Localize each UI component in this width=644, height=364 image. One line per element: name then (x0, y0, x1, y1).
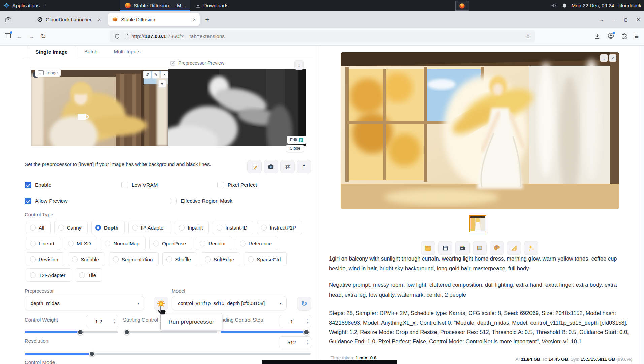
slider-thumb[interactable] (124, 329, 130, 335)
download-preview-button[interactable]: ↓ (294, 60, 304, 70)
tab-list-drawer-icon[interactable] (5, 16, 12, 23)
taskbar-window-firefox[interactable]: Stable Diffusion — M... (120, 0, 190, 11)
pixel-perfect-checkbox[interactable]: Pixel Perfect (217, 182, 257, 188)
refresh-models-button[interactable]: ↻ (297, 297, 311, 311)
notifications-bell-icon[interactable] (561, 3, 567, 9)
slider-thumb[interactable] (89, 351, 95, 357)
low-vram-checkbox[interactable]: Low VRAM (121, 182, 158, 188)
control-type-canny[interactable]: Canny (54, 221, 88, 234)
send-to-img2img-button[interactable] (473, 241, 487, 255)
ending-control-step-input[interactable]: 1 ▴▾ (279, 315, 311, 327)
control-type-instructp2p[interactable]: InstructP2P (257, 221, 302, 234)
tab-overflow-chevron-icon[interactable]: ⌄ (600, 17, 604, 23)
control-type-inpaint[interactable]: Inpaint (175, 221, 209, 234)
tray-firefox-chip[interactable] (455, 1, 469, 11)
control-type-all[interactable]: All (26, 221, 51, 234)
starting-control-step-slider[interactable] (124, 329, 217, 335)
brush-icon[interactable]: ✒ (158, 80, 166, 88)
swap-images-button[interactable]: ⇄ (280, 160, 295, 173)
tab-close-icon[interactable]: × (98, 17, 101, 22)
control-weight-slider[interactable] (25, 329, 118, 335)
control-type-scribble[interactable]: Scribble (68, 252, 105, 266)
control-type-instant-id[interactable]: Instant-ID (213, 221, 253, 234)
window-maximize-button[interactable]: ▢ (624, 17, 628, 22)
control-type-lineart[interactable]: Lineart (26, 237, 60, 250)
ending-control-step-slider[interactable] (221, 329, 309, 335)
sidebar-toggle-icon[interactable] (4, 32, 11, 40)
resolution-slider[interactable] (25, 351, 311, 357)
account-icon[interactable] (607, 32, 614, 41)
tab-clouddock-launcher[interactable]: CloudDock Launcher × (33, 13, 105, 26)
download-result-button[interactable]: ↓ (600, 54, 608, 62)
enable-checkbox[interactable]: Enable (25, 182, 51, 188)
edit-note-button[interactable] (247, 160, 262, 173)
resolution-input[interactable]: 512 ▴▾ (279, 336, 311, 348)
window-minimize-button[interactable]: – (612, 17, 615, 22)
save-zip-button[interactable] (455, 241, 470, 255)
shield-permissions-icon[interactable] (114, 33, 120, 40)
slider-thumb[interactable] (303, 329, 309, 335)
edit-preview-button[interactable]: Edit p (287, 136, 307, 144)
undo-icon[interactable]: ↺ (143, 71, 151, 79)
control-type-tile[interactable]: Tile (75, 268, 102, 282)
radio-icon (30, 272, 36, 278)
tab-single-image[interactable]: Single Image (27, 45, 76, 58)
allow-preview-checkbox[interactable]: Allow Preview (25, 198, 67, 204)
control-type-shuffle[interactable]: Shuffle (162, 252, 197, 266)
stepper-icons[interactable]: ▴▾ (304, 315, 311, 327)
send-to-extras-button[interactable] (507, 241, 521, 255)
sketch-icon[interactable]: ✎ (152, 71, 160, 79)
control-type-ip-adapter[interactable]: IP-Adapter (128, 221, 171, 234)
back-button[interactable]: ← (15, 33, 24, 40)
preprocessor-dropdown[interactable]: depth_midas ▾ (25, 296, 144, 310)
effective-region-mask-checkbox[interactable]: Effective Region Mask (170, 198, 232, 204)
webcam-button[interactable] (264, 160, 278, 173)
control-weight-input[interactable]: 1.2 ▴▾ (86, 315, 118, 327)
taskbar-downloads[interactable]: Downloads (192, 0, 232, 11)
open-folder-button[interactable] (421, 241, 435, 255)
clear-image-icon[interactable]: × (161, 71, 168, 79)
new-tab-button[interactable]: + (205, 16, 209, 24)
audio-muted-icon[interactable] (551, 3, 557, 8)
preprocessor-preview-image[interactable] (168, 69, 306, 146)
control-type-reference[interactable]: Reference (236, 237, 278, 250)
control-type-t2i-adapter[interactable]: T2I-Adapter (26, 268, 71, 282)
window-close-button[interactable]: × (637, 16, 640, 23)
model-dropdown[interactable]: control_v11f1p_sd15_depth [cfd03158] ▾ (172, 296, 287, 310)
close-result-button[interactable]: × (609, 54, 616, 62)
downloads-toolbar-icon[interactable] (594, 33, 601, 40)
scrollbar[interactable] (639, 45, 644, 364)
control-type-segmentation[interactable]: Segmentation (109, 252, 159, 266)
control-type-recolor[interactable]: Recolor (196, 237, 232, 250)
tab-batch[interactable]: Batch (76, 45, 106, 58)
control-type-softedge[interactable]: SoftEdge (201, 252, 240, 266)
generated-image[interactable] (341, 52, 619, 209)
input-image[interactable] (31, 70, 168, 146)
menu-hamburger-icon[interactable]: ≡ (635, 32, 639, 40)
tab-stable-diffusion[interactable]: Stable Diffusion × (108, 13, 200, 26)
reload-button[interactable]: ↻ (39, 33, 48, 40)
save-image-button[interactable] (438, 241, 452, 255)
bookmark-star-icon[interactable]: ☆ (525, 33, 531, 40)
control-type-revision[interactable]: Revision (26, 252, 64, 266)
forward-button[interactable]: → (27, 33, 36, 40)
result-thumbnail[interactable] (469, 215, 486, 232)
send-to-inpaint-button[interactable] (490, 241, 504, 255)
applications-menu[interactable]: Applications ⋮ (0, 0, 51, 11)
tab-multi-inputs[interactable]: Multi-Inputs (105, 45, 149, 58)
close-preview-button[interactable]: Close (286, 145, 304, 152)
control-type-sparsectrl[interactable]: SparseCtrl (244, 252, 287, 266)
control-type-normalmap[interactable]: NormalMap (101, 237, 146, 250)
stepper-icons[interactable]: ▴▾ (304, 337, 311, 348)
slider-thumb[interactable] (77, 329, 83, 335)
page-info-icon[interactable] (124, 33, 129, 40)
upscale-button[interactable] (524, 241, 538, 255)
control-type-mlsd[interactable]: MLSD (64, 237, 97, 250)
url-bar[interactable]: http://127.0.0.1:7860/?__tab=extensions … (110, 30, 535, 42)
tab-close-icon[interactable]: × (193, 17, 196, 22)
control-type-openpose[interactable]: OpenPose (149, 237, 192, 250)
control-type-depth[interactable]: Depth (91, 221, 125, 234)
extensions-puzzle-icon[interactable] (621, 33, 628, 40)
send-dimensions-button[interactable]: ↱ (297, 160, 311, 173)
stepper-icons[interactable]: ▴▾ (111, 315, 118, 327)
